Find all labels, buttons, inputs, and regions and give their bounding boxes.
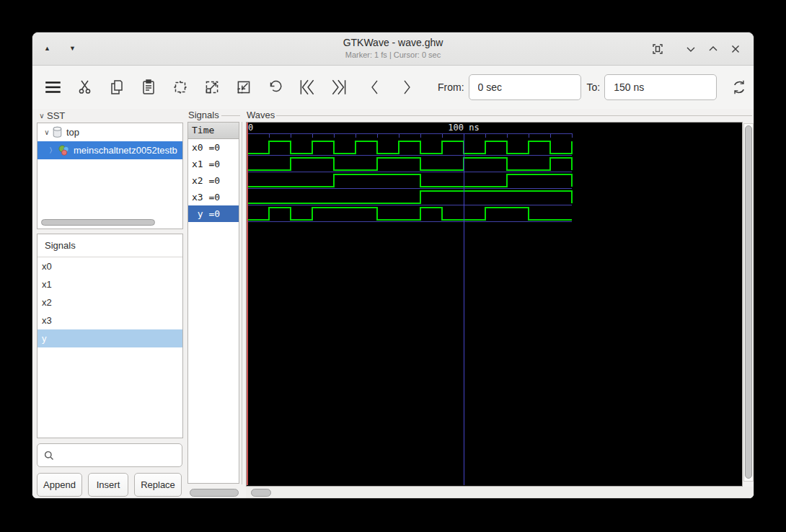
panel-splitter[interactable] (242, 122, 242, 484)
main-content: ∨ SST ∨ top 〉 (32, 109, 754, 499)
list-item-x1[interactable]: x1 (37, 275, 182, 293)
sst-expander-icon[interactable]: ∨ (37, 112, 47, 120)
minimize-icon[interactable] (683, 41, 699, 57)
sst-tree: ∨ top 〉 meinschaltnetz00 (37, 123, 183, 229)
menu-icon[interactable] (43, 76, 64, 98)
chevron-down-icon[interactable]: ∨ (42, 128, 52, 136)
module-icon (58, 144, 70, 156)
frame-line (221, 115, 240, 116)
titlebar[interactable]: ▲ ▼ GTKWave - wave.ghw Marker: 1 fs | Cu… (32, 32, 754, 66)
append-button[interactable]: Append (37, 473, 82, 497)
signal-search-box[interactable] (37, 443, 182, 467)
skip-end-icon[interactable] (328, 76, 350, 98)
tree-item-module[interactable]: 〉 meinschaltnetz0052testb (37, 141, 182, 159)
signal-name-panel: Time x0 =0 x1 =0 x2 =0 x3 =0 y =0 (187, 122, 239, 484)
signal-row-x3[interactable]: x3 =0 (188, 189, 239, 205)
from-input[interactable] (469, 74, 581, 100)
reload-icon[interactable] (728, 76, 750, 98)
wave-hscrollbar[interactable] (246, 487, 754, 499)
close-icon[interactable] (728, 41, 743, 57)
gtkwave-window: ▲ ▼ GTKWave - wave.ghw Marker: 1 fs | Cu… (32, 32, 754, 499)
tree-item-label: meinschaltnetz0052testb (74, 145, 177, 156)
frame-line (276, 115, 752, 116)
database-icon (52, 126, 63, 138)
signal-list-header: Signals (37, 234, 182, 257)
waveform-area[interactable]: 0100 ns (246, 122, 743, 487)
search-icon (43, 450, 55, 461)
insert-button[interactable]: Insert (88, 473, 128, 497)
step-right-icon[interactable] (396, 76, 418, 98)
signals-frame-label: Signals (188, 110, 219, 120)
tree-item-label: top (66, 127, 79, 138)
to-label: To: (587, 81, 601, 93)
step-left-icon[interactable] (364, 76, 386, 98)
signal-row-x2[interactable]: x2 =0 (188, 172, 239, 189)
search-input[interactable] (59, 445, 189, 466)
zoom-in-icon[interactable] (201, 76, 223, 98)
cut-icon[interactable] (74, 76, 96, 98)
window-title: GTKWave - wave.ghw (32, 37, 754, 48)
toolbar: From: To: (32, 66, 754, 109)
tree-item-top[interactable]: ∨ top (37, 123, 182, 141)
maximize-icon[interactable] (705, 41, 721, 57)
to-input[interactable] (604, 74, 717, 100)
svg-text:0: 0 (248, 123, 253, 133)
fullscreen-icon[interactable] (650, 41, 666, 57)
svg-text:100 ns: 100 ns (448, 123, 479, 133)
copy-icon[interactable] (106, 76, 128, 98)
time-header[interactable]: Time (188, 123, 239, 139)
wave-vscrollbar[interactable] (743, 123, 754, 482)
undo-icon[interactable] (265, 76, 286, 98)
signal-list-panel: Signals x0 x1 x2 x3 y (37, 234, 183, 438)
from-label: From: (438, 81, 464, 93)
signal-row-x0[interactable]: x0 =0 (188, 139, 239, 156)
signal-row-y[interactable]: y =0 (188, 205, 239, 222)
tree-hscrollbar[interactable] (41, 219, 155, 226)
waveform-canvas[interactable]: 0100 ns (247, 123, 742, 486)
sst-frame-label: SST (47, 110, 65, 121)
list-item-y[interactable]: y (37, 329, 182, 347)
list-item-x2[interactable]: x2 (37, 293, 182, 311)
desktop-background: ▲ ▼ GTKWave - wave.ghw Marker: 1 fs | Cu… (0, 0, 786, 532)
list-item-x0[interactable]: x0 (37, 257, 182, 275)
signal-panel-hscrollbar[interactable] (190, 489, 239, 497)
list-item-x3[interactable]: x3 (37, 311, 182, 329)
zoom-out-icon[interactable] (233, 76, 255, 98)
replace-button[interactable]: Replace (134, 473, 182, 497)
zoom-fit-icon[interactable] (169, 76, 191, 98)
waves-frame-label: Waves (247, 110, 275, 120)
paste-icon[interactable] (138, 76, 159, 98)
wave-hscrollbar-thumb[interactable] (251, 489, 271, 497)
signal-row-x1[interactable]: x1 =0 (188, 156, 239, 172)
chevron-right-icon[interactable]: 〉 (48, 146, 58, 156)
skip-start-icon[interactable] (296, 76, 318, 98)
marker-cursor-status: Marker: 1 fs | Cursor: 0 sec (32, 50, 754, 59)
wave-vscrollbar-thumb[interactable] (745, 125, 752, 479)
